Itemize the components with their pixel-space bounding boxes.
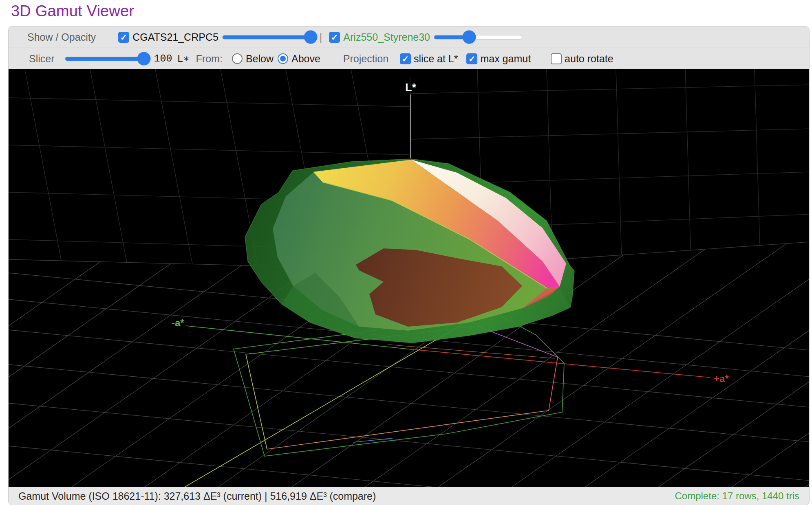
profile-2-checkbox[interactable]	[329, 32, 340, 43]
status-bar: Gamut Volume (ISO 18621-11): 327,613 ΔE³…	[9, 487, 809, 505]
projection-label: Projection	[343, 53, 388, 65]
slicer-toolbar: Slicer 100 L∗ From: Below Above Projecti…	[9, 48, 809, 69]
profile-2-name: Ariz550_Styrene30	[343, 31, 430, 43]
l-axis-label: L*	[405, 81, 416, 94]
auto-rotate-label: auto rotate	[565, 53, 613, 65]
slicer-value: 100	[154, 53, 172, 65]
profile-2-opacity-thumb[interactable]	[463, 31, 476, 44]
from-above-label: Above	[291, 53, 320, 65]
show-opacity-toolbar: Show / Opacity CGATS21_CRPC5 | Ariz550_S…	[9, 26, 809, 48]
from-below-label: Below	[246, 53, 274, 65]
slicer-slider[interactable]	[65, 57, 144, 61]
slice-at-l-checkbox[interactable]	[400, 53, 411, 64]
profile-1-opacity-slider[interactable]	[222, 35, 311, 40]
pos-a-label: +a*	[714, 373, 729, 384]
max-gamut-checkbox[interactable]	[466, 53, 477, 64]
slicer-thumb[interactable]	[137, 52, 150, 66]
from-below-radio[interactable]	[232, 53, 243, 64]
completion-text: Complete: 17 rows, 1440 tris	[675, 490, 799, 502]
profiles-separator: |	[320, 31, 322, 43]
max-gamut-label: max gamut	[480, 53, 531, 65]
gamut-viewer-panel: Show / Opacity CGATS21_CRPC5 | Ariz550_S…	[8, 26, 810, 505]
from-above-radio[interactable]	[278, 53, 288, 64]
gamut-volume-text: Gamut Volume (ISO 18621-11): 327,613 ΔE³…	[18, 490, 376, 502]
profile-1-opacity-thumb[interactable]	[304, 31, 317, 44]
slicer-label: Slicer	[29, 53, 55, 65]
page-title: 3D Gamut Viewer	[11, 2, 812, 20]
slice-at-l-label: slice at L*	[414, 53, 458, 65]
auto-rotate-checkbox[interactable]	[551, 53, 562, 64]
slicer-unit: L∗	[177, 53, 190, 65]
from-label: From:	[196, 53, 223, 65]
profile-1-checkbox[interactable]	[118, 32, 129, 43]
show-opacity-label: Show / Opacity	[27, 31, 96, 43]
gamut-3d-canvas[interactable]: L* -a* +a*	[9, 69, 809, 487]
neg-a-label: -a*	[172, 317, 184, 328]
profile-2-opacity-slider[interactable]	[434, 35, 522, 40]
gamut-3d-scene[interactable]: L* -a* +a*	[9, 69, 810, 487]
profile-1-name: CGATS21_CRPC5	[132, 31, 218, 43]
